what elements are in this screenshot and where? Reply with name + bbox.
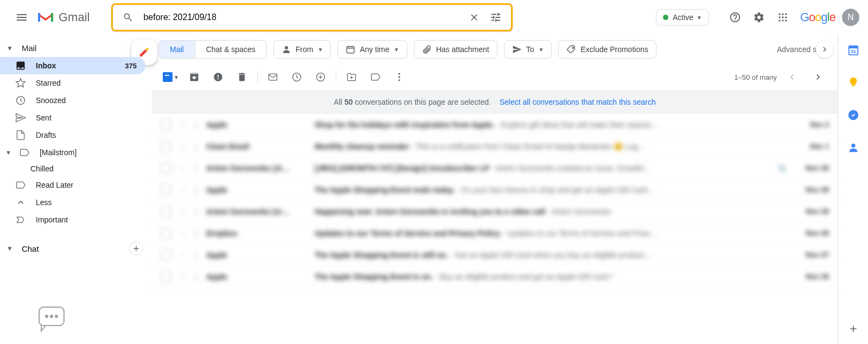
contacts-app-button[interactable] <box>843 137 864 158</box>
apps-button[interactable] <box>772 7 794 28</box>
scope-chat-spaces[interactable]: Chat & spaces <box>195 41 266 58</box>
star-icon[interactable]: ☆ <box>178 206 187 218</box>
nav-important[interactable]: Important <box>0 211 145 228</box>
row-checkbox[interactable] <box>161 163 171 174</box>
row-checkbox[interactable] <box>161 119 171 130</box>
row-date: Nov 29 <box>791 186 829 194</box>
nav-snoozed[interactable]: Snoozed <box>0 92 145 109</box>
email-row[interactable]: ☆ ❯ Clean Email Monthly cleanup reminder… <box>152 136 838 157</box>
search-input[interactable] <box>139 12 463 22</box>
scope-mail[interactable]: Mail <box>159 41 195 58</box>
settings-button[interactable] <box>748 7 770 28</box>
select-all-checkbox[interactable]: ▼ <box>161 70 181 84</box>
row-checkbox[interactable] <box>161 250 171 260</box>
star-icon[interactable]: ☆ <box>178 227 187 239</box>
nav-less[interactable]: Less <box>0 194 145 211</box>
nav-drafts[interactable]: Drafts <box>0 126 145 144</box>
email-row[interactable]: ☆ ❯ Apple The Apple Shopping Event ends … <box>152 179 838 201</box>
svg-point-8 <box>778 20 780 21</box>
important-marker[interactable]: ❯ <box>193 251 200 259</box>
prev-page-button[interactable] <box>781 66 803 88</box>
search-button[interactable] <box>117 7 139 28</box>
search-bar <box>111 3 513 31</box>
important-marker[interactable]: ❯ <box>193 272 200 281</box>
nav-item-label: Inbox <box>36 61 56 70</box>
star-icon[interactable]: ☆ <box>178 184 187 196</box>
add-ons-button[interactable] <box>843 318 864 340</box>
clear-search-button[interactable] <box>463 7 485 28</box>
select-all-matching-link[interactable]: Select all conversations that match this… <box>500 98 656 106</box>
snooze-button[interactable] <box>286 66 308 88</box>
next-page-button[interactable] <box>807 66 829 88</box>
support-button[interactable] <box>724 7 746 28</box>
nav-mailstrom[interactable]: ▼ [Mailstrom] <box>0 144 145 161</box>
row-subject: Monthly cleanup reminder - This is a not… <box>315 142 791 151</box>
new-chat-button[interactable] <box>129 241 143 256</box>
nav-read-later[interactable]: Read Later <box>0 176 145 194</box>
row-checkbox[interactable] <box>161 271 171 282</box>
gmail-logo[interactable]: Gmail <box>37 10 90 24</box>
row-checkbox[interactable] <box>161 206 171 217</box>
email-row[interactable]: ☆ ❯ Dropbox Updates to our Terms of Serv… <box>152 222 838 244</box>
chip-from[interactable]: From ▼ <box>273 40 331 59</box>
star-icon[interactable]: ☆ <box>178 162 187 174</box>
search-options-button[interactable] <box>485 7 507 28</box>
email-row[interactable]: ☆ ❯ Apple The Apple Shopping Event is st… <box>152 244 838 266</box>
email-row[interactable]: ☆ ❯ Apple Shop for the holidays with ins… <box>152 114 838 136</box>
star-icon[interactable]: ☆ <box>178 119 187 131</box>
move-to-button[interactable] <box>341 66 362 88</box>
labels-button[interactable] <box>365 66 386 88</box>
star-icon[interactable]: ☆ <box>178 249 187 261</box>
row-checkbox[interactable] <box>161 141 171 152</box>
nav-chilled[interactable]: Chilled <box>0 161 145 176</box>
chip-exclude-promotions[interactable]: Exclude Promotions <box>558 40 656 59</box>
star-icon[interactable]: ☆ <box>178 141 187 152</box>
mail-icon <box>267 72 278 82</box>
row-subject: [JIRA] (GROWTH-747) [Design] Unsubscribe… <box>315 164 777 173</box>
important-marker[interactable]: ❯ <box>193 229 200 238</box>
important-marker[interactable]: ❯ <box>193 142 200 151</box>
important-marker[interactable]: ❯ <box>193 207 200 216</box>
row-sender: Dropbox <box>206 229 315 238</box>
chip-any-time[interactable]: Any time ▼ <box>337 40 407 59</box>
chip-to[interactable]: To ▼ <box>504 40 552 59</box>
nav-sent[interactable]: Sent <box>0 109 145 126</box>
chip-has-attachment[interactable]: Has attachment <box>414 40 497 59</box>
report-spam-button[interactable] <box>207 66 229 88</box>
help-icon <box>729 11 741 23</box>
row-checkbox[interactable] <box>161 184 171 195</box>
svg-point-22 <box>398 73 400 75</box>
email-row[interactable]: ☆ ❯ Artem Gorovenko (JI… [JIRA] (GROWTH-… <box>152 157 838 179</box>
mail-section-header[interactable]: ▼ Mail <box>0 39 152 57</box>
archive-button[interactable] <box>183 66 205 88</box>
nav-inbox[interactable]: Inbox 375 <box>0 57 145 74</box>
add-task-button[interactable] <box>310 66 331 88</box>
keep-app-button[interactable] <box>843 72 864 93</box>
label-icon <box>19 147 30 158</box>
email-row[interactable]: ☆ ❯ Artem Gorovenko (vi… Happening now: … <box>152 201 838 222</box>
tasks-app-button[interactable] <box>843 104 864 126</box>
nav-item-label: Sent <box>36 113 52 122</box>
important-marker[interactable]: ❯ <box>193 186 200 194</box>
email-row[interactable]: ☆ ❯ Apple The Apple Shopping Event is on… <box>152 266 838 288</box>
main-menu-button[interactable] <box>9 4 35 30</box>
more-button[interactable] <box>388 66 410 88</box>
person-icon <box>282 44 291 54</box>
toolbar-right: 1–50 of many <box>734 66 829 88</box>
nav-starred[interactable]: Starred <box>0 74 145 92</box>
filter-scroll-right[interactable] <box>816 41 833 58</box>
status-chip[interactable]: Active ▼ <box>656 9 709 26</box>
selection-banner: All 50 conversations on this page are se… <box>152 90 838 114</box>
mark-unread-button[interactable] <box>262 66 284 88</box>
row-checkbox[interactable] <box>161 228 171 239</box>
chat-section-header[interactable]: ▼ Chat <box>0 237 152 260</box>
row-sender: Artem Gorovenko (vi… <box>206 207 315 216</box>
row-date: Nov 26 <box>791 272 829 281</box>
email-list[interactable]: ☆ ❯ Apple Shop for the holidays with ins… <box>152 114 838 344</box>
important-marker[interactable]: ❯ <box>193 120 200 129</box>
account-avatar[interactable]: N <box>842 9 859 26</box>
calendar-app-button[interactable]: 31 <box>843 39 864 61</box>
important-marker[interactable]: ❯ <box>193 164 200 173</box>
star-icon[interactable]: ☆ <box>178 271 187 283</box>
delete-button[interactable] <box>231 66 253 88</box>
